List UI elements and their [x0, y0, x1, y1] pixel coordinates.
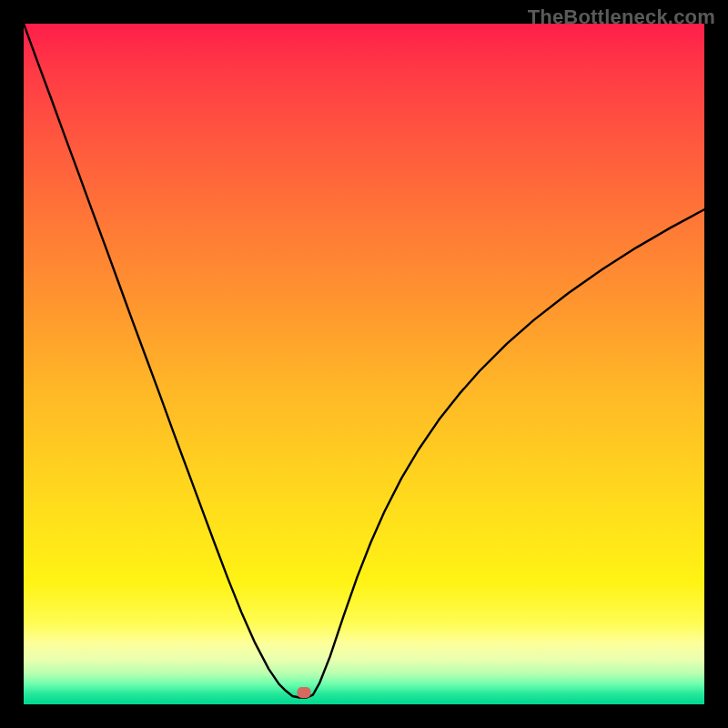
chart-frame: TheBottleneck.com [0, 0, 728, 728]
watermark-text: TheBottleneck.com [528, 5, 715, 29]
result-marker [298, 687, 311, 698]
plot-area [24, 24, 704, 704]
